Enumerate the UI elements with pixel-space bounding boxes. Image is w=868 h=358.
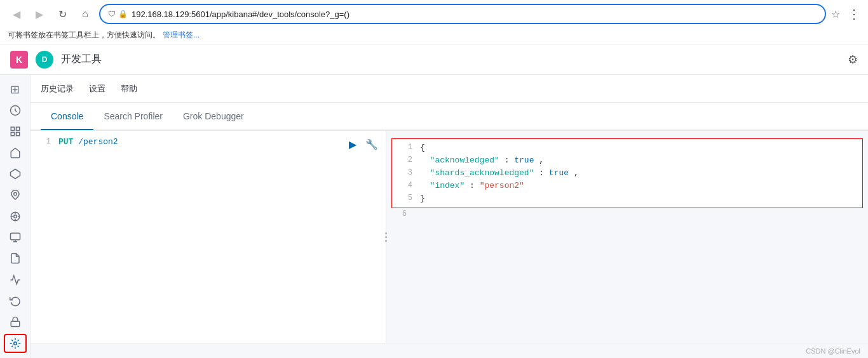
sub-nav: 历史记录 设置 帮助 (31, 75, 868, 103)
manage-bookmarks-link[interactable]: 管理书签... (163, 30, 200, 41)
run-button[interactable]: ▶ (346, 136, 359, 153)
forward-button[interactable]: ▶ (31, 5, 48, 23)
code-editor[interactable]: 1 PUT /person2 (31, 131, 386, 343)
output-line-3: 3 "shards_acknowledged" : true , (392, 167, 862, 180)
address-bar[interactable]: 🛡 🔒 192.168.18.129:5601/app/kibana#/dev_… (99, 4, 826, 24)
output-line-num-3: 3 (397, 168, 412, 177)
svg-marker-5 (10, 169, 20, 178)
json-val-index: "person2" (480, 181, 524, 190)
svg-point-17 (13, 342, 17, 345)
output-content: 1 { 2 "acknowledged" : true , (386, 131, 868, 343)
topbar-settings-button[interactable]: ⚙ (848, 53, 858, 67)
address-bar-security-icons: 🛡 🔒 (108, 10, 128, 18)
output-panel: 1 { 2 "acknowledged" : true , (386, 131, 868, 343)
output-line-content-1: { (420, 143, 857, 152)
kibana-app: K D 开发工具 ⚙ ⊞ (0, 44, 868, 358)
path-label: /person2 (78, 137, 118, 147)
output-result-box: 1 { 2 "acknowledged" : true , (391, 138, 863, 208)
line-content-1: PUT /person2 (58, 137, 381, 147)
app-title: 开发工具 (61, 53, 102, 66)
kibana-topbar: K D 开发工具 ⚙ (0, 44, 868, 75)
json-comma-1: , (539, 156, 544, 165)
line-number-1: 1 (36, 137, 51, 146)
browser-menu-button[interactable]: ⋮ (848, 6, 860, 22)
editor-panel: 1 PUT /person2 ▶ 🔧 (31, 131, 386, 343)
panel-resize-handle[interactable] (383, 224, 388, 249)
svg-rect-13 (10, 233, 20, 240)
sidebar-item-infrastructure[interactable] (4, 228, 27, 246)
json-comma-2: , (574, 168, 579, 178)
json-key-index: "index" (430, 181, 465, 190)
shield-icon: 🛡 (108, 10, 116, 18)
json-colon-2: : (539, 168, 549, 178)
tab-grok-debugger[interactable]: Grok Debugger (173, 103, 254, 130)
browser-toolbar: ◀ ▶ ↻ ⌂ 🛡 🔒 192.168.18.129:5601/app/kiba… (0, 0, 868, 28)
drag-dot-1 (385, 232, 387, 234)
kibana-logo: K (10, 51, 28, 69)
footer-credit: CSDN @ClinEvol (806, 347, 860, 355)
sidebar-item-home[interactable]: ⊞ (4, 80, 27, 98)
footer-bar: CSDN @ClinEvol (31, 343, 868, 358)
svg-point-6 (13, 193, 17, 196)
svg-point-7 (13, 215, 17, 218)
output-line-content-2: "acknowledged" : true , (420, 156, 857, 165)
user-avatar[interactable]: D (36, 51, 53, 69)
output-line-num-5: 5 (397, 194, 412, 202)
bookmark-bar: 可将书签放在书签工具栏上，方便快速访问。 管理书签... (0, 28, 868, 44)
drag-dot-3 (385, 240, 387, 242)
sidebar-item-discover[interactable] (4, 101, 27, 119)
json-key-acknowledged: "acknowledged" (430, 156, 499, 165)
content-area: 历史记录 设置 帮助 Console Search Profiler Grok … (31, 75, 868, 358)
sub-nav-help[interactable]: 帮助 (121, 83, 137, 95)
url-text: 192.168.18.129:5601/app/kibana#/dev_tool… (132, 10, 817, 19)
sidebar-item-logs[interactable] (4, 249, 27, 268)
sub-nav-history[interactable]: 历史记录 (41, 83, 74, 95)
sidebar-item-apm[interactable] (4, 270, 27, 289)
lock-icon: 🔒 (118, 10, 128, 18)
sidebar-item-dev-tools[interactable] (4, 334, 27, 353)
sidebar-item-maps[interactable] (4, 186, 27, 204)
editor-line-1: 1 PUT /person2 (31, 136, 386, 149)
tabs-bar: Console Search Profiler Grok Debugger (31, 103, 868, 131)
output-line-num-1: 1 (397, 143, 412, 152)
bookmark-bar-text: 可将书签放在书签工具栏上，方便快速访问。 (8, 30, 160, 41)
browser-chrome: ◀ ▶ ↻ ⌂ 🛡 🔒 192.168.18.129:5601/app/kiba… (0, 0, 868, 44)
tab-search-profiler[interactable]: Search Profiler (93, 103, 173, 130)
reload-button[interactable]: ↻ (53, 5, 71, 23)
svg-rect-16 (11, 322, 20, 327)
sidebar-item-visualize[interactable] (4, 123, 27, 141)
sidebar-item-security[interactable] (4, 313, 27, 331)
json-colon-3: : (470, 181, 480, 190)
back-button[interactable]: ◀ (8, 5, 25, 23)
editor-actions: ▶ 🔧 (346, 136, 381, 153)
main-layout: ⊞ (0, 75, 868, 358)
output-line-content-4: "index" : "person2" (420, 181, 857, 190)
output-line-6: 6 (386, 208, 868, 221)
sidebar: ⊞ (0, 75, 31, 358)
sub-nav-settings[interactable]: 设置 (89, 83, 105, 95)
output-line-num-6: 6 (391, 209, 407, 218)
output-line-content-3: "shards_acknowledged" : true , (420, 168, 857, 178)
output-line-num-4: 4 (397, 181, 412, 190)
svg-rect-1 (11, 128, 14, 131)
method-label: PUT (58, 137, 73, 147)
json-val-acknowledged: true (514, 156, 534, 165)
sidebar-item-dashboard[interactable] (4, 143, 27, 162)
home-button[interactable]: ⌂ (76, 5, 94, 23)
json-colon-1: : (505, 156, 515, 165)
topbar-right: ⚙ (848, 53, 858, 67)
svg-rect-2 (16, 128, 19, 131)
bookmark-star-button[interactable]: ☆ (831, 8, 840, 20)
output-line-1: 1 { (392, 142, 862, 154)
drag-dot-2 (385, 236, 387, 238)
sidebar-item-ml[interactable] (4, 207, 27, 225)
wrench-button[interactable]: 🔧 (363, 136, 381, 153)
sidebar-item-canvas[interactable] (4, 164, 27, 183)
json-key-shards-acknowledged: "shards_acknowledged" (430, 168, 534, 178)
output-line-4: 4 "index" : "person2" (392, 180, 862, 192)
tab-console[interactable]: Console (41, 103, 93, 130)
svg-rect-4 (16, 133, 19, 136)
editor-area: 1 PUT /person2 ▶ 🔧 (31, 131, 868, 343)
output-line-5: 5 } (392, 192, 862, 205)
sidebar-item-uptime[interactable] (4, 291, 27, 310)
